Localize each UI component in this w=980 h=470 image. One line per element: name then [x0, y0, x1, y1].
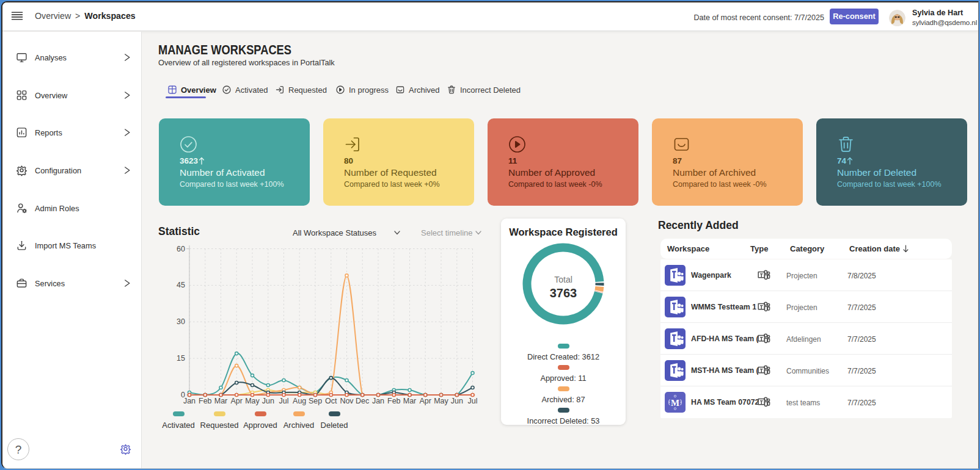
svg-text:Feb: Feb — [387, 397, 401, 405]
svg-text:Jan: Jan — [183, 397, 196, 405]
svg-text:M: M — [671, 398, 679, 408]
svg-text:May: May — [434, 397, 448, 405]
svg-text:Aug: Aug — [293, 397, 306, 405]
svg-text:Mar: Mar — [403, 397, 417, 405]
svg-text:Dec: Dec — [356, 397, 369, 405]
svg-text:Apr: Apr — [419, 397, 431, 405]
svg-text:Feb: Feb — [199, 397, 212, 405]
svg-text:45: 45 — [177, 281, 185, 289]
svg-text:60: 60 — [177, 245, 185, 253]
svg-text:May: May — [245, 397, 260, 405]
svg-text:Nov: Nov — [340, 397, 354, 405]
svg-text:15: 15 — [177, 354, 185, 363]
svg-text:Sep: Sep — [309, 397, 322, 405]
svg-text:Mar: Mar — [214, 397, 228, 405]
svg-text:Jan: Jan — [372, 397, 384, 405]
svg-text:30: 30 — [177, 317, 185, 326]
svg-text:Jul: Jul — [279, 397, 289, 405]
svg-text:Oct: Oct — [325, 397, 337, 405]
svg-text:Jun: Jun — [262, 397, 274, 405]
svg-text:Apr: Apr — [230, 397, 242, 405]
svg-text:Jul: Jul — [468, 397, 478, 405]
svg-text:Jun: Jun — [451, 397, 463, 405]
